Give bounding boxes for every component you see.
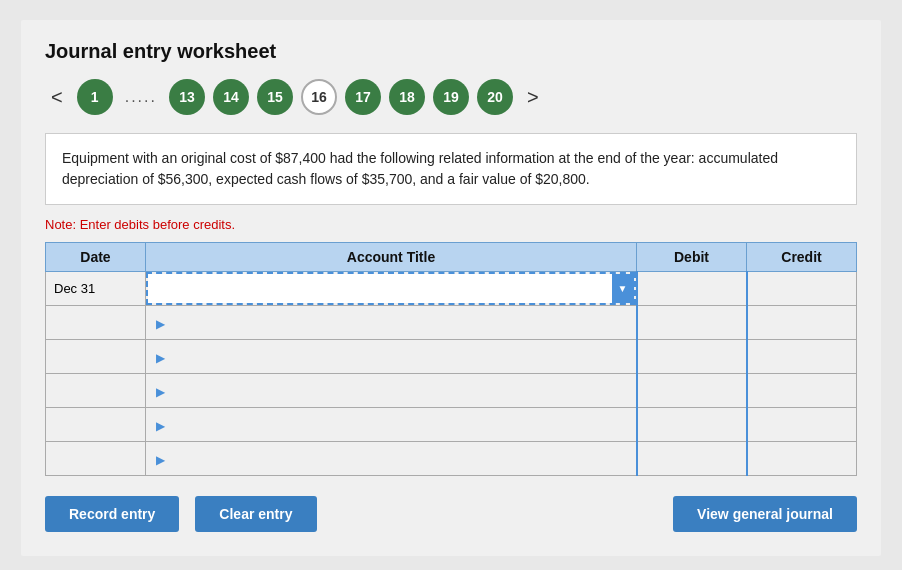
debit-cell-5[interactable] <box>637 408 747 442</box>
account-cell-5[interactable]: ▶ <box>146 408 637 442</box>
account-cell-4[interactable]: ▶ <box>146 374 637 408</box>
table-row: ▶ <box>46 306 857 340</box>
account-dropdown-btn-1[interactable]: ▼ <box>612 274 634 303</box>
nav-item-17[interactable]: 17 <box>345 79 381 115</box>
header-account: Account Title <box>146 243 637 272</box>
prev-button[interactable]: < <box>45 84 69 111</box>
button-row: Record entry Clear entry View general jo… <box>45 496 857 532</box>
page-title: Journal entry worksheet <box>45 40 857 63</box>
date-cell-5 <box>46 408 146 442</box>
view-general-journal-button[interactable]: View general journal <box>673 496 857 532</box>
nav-item-15[interactable]: 15 <box>257 79 293 115</box>
header-date: Date <box>46 243 146 272</box>
date-cell-6 <box>46 442 146 476</box>
account-cell-1[interactable]: ▼ <box>146 272 637 306</box>
date-cell-3 <box>46 340 146 374</box>
account-indicator-4: ▶ <box>150 385 165 399</box>
nav-item-20[interactable]: 20 <box>477 79 513 115</box>
debit-cell-2[interactable] <box>637 306 747 340</box>
left-buttons: Record entry Clear entry <box>45 496 317 532</box>
debit-input-4[interactable] <box>638 374 746 407</box>
table-header-row: Date Account Title Debit Credit <box>46 243 857 272</box>
navigation-row: < 1 ..... 13 14 15 16 17 18 19 20 > <box>45 79 857 115</box>
debit-input-5[interactable] <box>638 408 746 441</box>
debit-input-2[interactable] <box>638 306 746 339</box>
credit-input-5[interactable] <box>748 408 857 441</box>
account-cell-3[interactable]: ▶ <box>146 340 637 374</box>
table-row: ▶ <box>46 340 857 374</box>
account-cell-2[interactable]: ▶ <box>146 306 637 340</box>
account-indicator-6: ▶ <box>150 453 165 467</box>
debit-cell-3[interactable] <box>637 340 747 374</box>
account-input-1[interactable] <box>148 274 612 303</box>
date-cell-1: Dec 31 <box>46 272 146 306</box>
account-indicator-5: ▶ <box>150 419 165 433</box>
description-box: Equipment with an original cost of $87,4… <box>45 133 857 205</box>
nav-item-14[interactable]: 14 <box>213 79 249 115</box>
journal-table: Date Account Title Debit Credit Dec 31 ▼ <box>45 242 857 476</box>
credit-input-3[interactable] <box>748 340 857 373</box>
debit-input-6[interactable] <box>638 442 746 475</box>
nav-item-19[interactable]: 19 <box>433 79 469 115</box>
account-cell-6[interactable]: ▶ <box>146 442 637 476</box>
credit-input-6[interactable] <box>748 442 857 475</box>
debit-input-1[interactable] <box>638 272 746 305</box>
table-row: Dec 31 ▼ <box>46 272 857 306</box>
credit-cell-1[interactable] <box>747 272 857 306</box>
table-row: ▶ <box>46 442 857 476</box>
date-cell-4 <box>46 374 146 408</box>
table-row: ▶ <box>46 408 857 442</box>
header-credit: Credit <box>747 243 857 272</box>
description-text: Equipment with an original cost of $87,4… <box>62 150 778 187</box>
nav-item-18[interactable]: 18 <box>389 79 425 115</box>
nav-item-1[interactable]: 1 <box>77 79 113 115</box>
table-row: ▶ <box>46 374 857 408</box>
credit-input-1[interactable] <box>748 272 857 305</box>
next-button[interactable]: > <box>521 84 545 111</box>
debit-cell-1[interactable] <box>637 272 747 306</box>
account-input-wrapper-1: ▼ <box>146 272 636 305</box>
clear-entry-button[interactable]: Clear entry <box>195 496 316 532</box>
nav-item-16-active[interactable]: 16 <box>301 79 337 115</box>
nav-dots: ..... <box>125 88 157 106</box>
credit-cell-5[interactable] <box>747 408 857 442</box>
credit-input-4[interactable] <box>748 374 857 407</box>
credit-cell-3[interactable] <box>747 340 857 374</box>
account-indicator-2: ▶ <box>150 317 165 331</box>
record-entry-button[interactable]: Record entry <box>45 496 179 532</box>
nav-item-13[interactable]: 13 <box>169 79 205 115</box>
debit-cell-4[interactable] <box>637 374 747 408</box>
date-value-1: Dec 31 <box>54 281 95 296</box>
credit-cell-2[interactable] <box>747 306 857 340</box>
debit-cell-6[interactable] <box>637 442 747 476</box>
header-debit: Debit <box>637 243 747 272</box>
debit-input-3[interactable] <box>638 340 746 373</box>
account-indicator-3: ▶ <box>150 351 165 365</box>
note-text: Note: Enter debits before credits. <box>45 217 857 232</box>
credit-cell-6[interactable] <box>747 442 857 476</box>
date-cell-2 <box>46 306 146 340</box>
credit-cell-4[interactable] <box>747 374 857 408</box>
credit-input-2[interactable] <box>748 306 857 339</box>
main-container: Journal entry worksheet < 1 ..... 13 14 … <box>21 20 881 556</box>
